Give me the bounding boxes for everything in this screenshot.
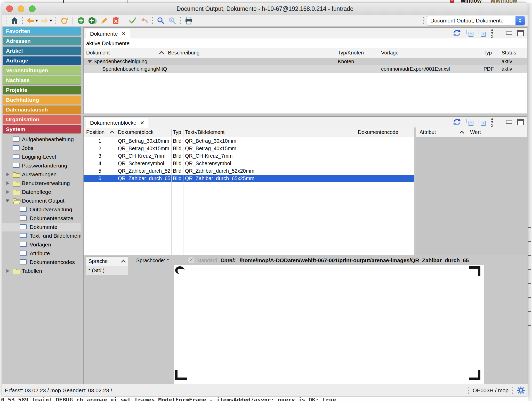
tree-item-auswertungen[interactable]: Auswertungen [2,170,81,179]
home-button[interactable] [10,16,19,25]
column-header-beschreibung[interactable]: Beschreibung [168,48,199,58]
column-header-vorlage[interactable]: Vorlage [381,48,399,58]
column-header-position[interactable]: Position [86,127,104,137]
zoom-window-button[interactable] [29,5,36,12]
tree-item-passwortaenderung[interactable]: Passwortänderung [2,161,81,170]
tree-item-dokumentencodes[interactable]: Dokumentencodes [2,258,81,267]
column-header-dokumentencode[interactable]: Dokumentencode [358,127,398,137]
titlebar[interactable]: Document Output, Dokumente - h-10-67@192… [2,3,528,15]
tree-item-benutzerverwaltung[interactable]: Benutzerverwaltung [2,179,81,188]
toolbar-separator[interactable] [152,17,153,24]
expand-arrow-icon[interactable] [6,269,9,273]
tree-item-dokumente[interactable]: Dokumente [2,223,81,231]
edit-button[interactable] [100,16,109,25]
tree-item-text-und-bildelemente[interactable]: Text- und Bildelemente [2,231,81,240]
column-separator[interactable] [183,129,183,136]
column-separator[interactable] [336,49,336,57]
tree-item-jobs[interactable]: Jobs [2,144,81,153]
column-separator[interactable] [166,49,166,57]
column-separator[interactable] [500,49,500,57]
column-separator[interactable] [482,49,482,57]
gear-icon[interactable] [517,386,525,395]
sort-asc-icon[interactable] [110,131,114,135]
column-header-typ-knoten[interactable]: Typ/Knoten [338,48,364,58]
table-row[interactable]: SpendenbescheinigungMitQ common/adrExpor… [84,65,527,73]
tree-item-aufgabenbearbeitung[interactable]: Aufgabenbearbeitung [2,135,81,144]
sidebar-category-nachlass[interactable]: Nachlass [3,76,81,84]
pane-splitter[interactable] [414,127,416,255]
tree-item-logging-level[interactable]: Logging-Level [2,153,81,161]
search-button[interactable] [156,16,165,25]
back-history-caret-icon[interactable] [35,20,38,22]
close-tab-icon[interactable] [140,120,144,125]
column-header-element[interactable]: Text-/Bildelement [185,127,224,137]
sprache-row-standard[interactable]: * (Std.) [86,266,128,275]
tree-item-vorlagen[interactable]: Vorlagen [2,240,81,249]
tree-item-document-output[interactable]: Document Output [2,196,81,205]
toolbar-separator[interactable] [6,17,7,24]
tab-dokumente[interactable]: Dokumente [86,29,130,39]
sidebar-category-buchhaltung[interactable]: Buchhaltung [3,95,81,104]
minimize-window-button[interactable] [18,5,24,12]
refresh-button[interactable] [60,16,69,25]
tree-item-attribute[interactable]: Attribute [2,249,81,258]
add-button[interactable] [76,16,86,25]
column-header-dokumentblock[interactable]: Dokumentblock [118,127,154,137]
tree-item-outputverwaltung[interactable]: Outputverwaltung [2,205,81,214]
sort-asc-icon[interactable] [459,131,464,135]
view-selector-stepper-icon[interactable] [515,16,525,25]
collapse-all-icon[interactable] [466,30,473,37]
search-person-button[interactable] [168,16,177,25]
confirm-button[interactable] [128,16,137,25]
sort-asc-icon[interactable] [159,51,164,56]
sidebar-category-projekte[interactable]: Projekte [3,86,81,94]
table-row[interactable]: 2 QR_Betrag_40x15mm Bild QR_Betrag_40x15… [84,145,414,152]
sidebar-category-favoriten[interactable]: Favoriten [3,27,81,35]
close-window-button[interactable] [6,5,13,12]
back-button[interactable] [26,16,38,25]
toolbar-separator[interactable] [22,17,23,24]
sidebar-category-veranstaltungen[interactable]: Veranstaltungen [3,66,81,75]
table-row[interactable]: 1 QR_Betrag_30x10mm Bild QR_Betrag_30x10… [84,137,414,145]
toolbar-separator[interactable] [423,17,424,24]
more-options-icon[interactable] [491,118,493,127]
column-separator[interactable] [379,49,379,57]
print-button[interactable] [184,16,194,25]
maximize-panel-icon[interactable] [517,119,524,125]
undo-button[interactable] [140,16,149,25]
column-header-attribut[interactable]: Attribut [420,127,436,137]
collapse-all-icon[interactable] [466,119,473,126]
tree-item-tabellen[interactable]: Tabellen [2,267,81,275]
expand-arrow-icon[interactable] [6,190,9,194]
table-row[interactable]: Spendenbescheinigung Knoten aktiv [84,58,527,65]
sidebar-category-organisation[interactable]: Organisation [3,115,81,124]
table-row[interactable]: 3 QR_CH-Kreuz_7mm Bild QR_CH-Kreuz_7mm [84,152,414,160]
sync-icon[interactable] [453,29,461,37]
column-header-typ[interactable]: Typ [173,127,181,137]
sidebar-category-auftraege[interactable]: Aufträge [3,56,81,65]
delete-button[interactable] [111,16,120,25]
forward-history-caret-icon[interactable] [49,20,52,22]
standard-checkbox[interactable] [188,257,194,263]
column-separator[interactable] [116,129,116,136]
collapse-arrow-icon[interactable] [6,199,9,202]
toolbar-separator[interactable] [55,17,57,24]
toolbar-separator[interactable] [180,17,181,24]
row-expander-icon[interactable] [88,60,92,63]
expand-all-icon[interactable] [479,30,486,37]
maximize-panel-icon[interactable] [517,30,524,36]
column-header-wert[interactable]: Wert [470,127,481,137]
tree-item-datenpflege[interactable]: Datenpflege [2,188,81,196]
forward-button[interactable] [41,16,52,25]
column-header-status[interactable]: Status [502,48,516,58]
column-header-dokument[interactable]: Dokument [86,48,110,58]
view-selector[interactable]: Document Output, Dokumente [427,16,525,26]
sidebar-category-adressen[interactable]: Adressen [3,37,81,45]
sprache-column-header[interactable]: Sprache [86,256,128,266]
expand-all-icon[interactable] [479,119,486,126]
table-row-selected[interactable]: 6 QR_Zahlbar_durch_65 Bild QR_Zahlbar_du… [84,175,414,182]
tree-item-dokumentensaetze[interactable]: Dokumentensätze [2,214,81,223]
minimize-panel-icon[interactable] [506,31,512,35]
expand-arrow-icon[interactable] [6,173,9,176]
table-row[interactable]: 5 QR_Zahlbar_durch_52 Bild QR_Zahlbar_du… [84,167,414,175]
